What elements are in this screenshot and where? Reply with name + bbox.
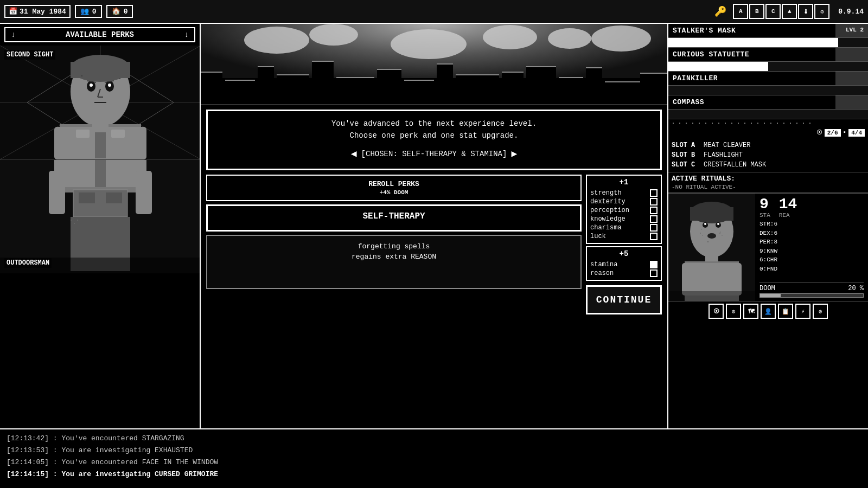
second-sight-label: SECOND SIGHT — [4, 50, 55, 60]
luck-checkbox[interactable] — [650, 233, 658, 240]
stat-perception[interactable]: perception — [590, 206, 658, 215]
bottom-icon-3[interactable]: 🗺 — [743, 304, 758, 319]
perk-description: forgetting spells regains extra REASON — [206, 235, 582, 289]
stat-knowledge[interactable]: knowledge — [590, 215, 658, 223]
svg-rect-57 — [707, 241, 709, 242]
dots-text: · · · · · · · · · · · · · · · · · · · · … — [672, 120, 812, 126]
cloud-5 — [548, 28, 591, 49]
log-time-4: [12:14:15] — [7, 470, 49, 478]
left-panel: ↓ AVAILABLE PERKS ↓ — [0, 24, 201, 428]
resource-group-1: 👥 0 — [75, 5, 102, 18]
log-line-2: [12:13:53] : You are investigating EXHAU… — [7, 445, 861, 457]
reroll-button[interactable]: REROLL PERKS +4% DOOM — [206, 175, 582, 201]
inv-label-1: LVL 2 — [835, 24, 868, 37]
sta-value: 9 — [760, 197, 770, 212]
chosen-arrow-right[interactable]: ▶ — [511, 146, 517, 162]
svg-rect-20 — [119, 78, 120, 79]
dexterity-checkbox[interactable] — [650, 198, 658, 206]
stat-reason[interactable]: reason — [590, 269, 658, 278]
inv-bar-row-4 — [668, 110, 868, 119]
slot-a-row: SLOT A MEAT CLEAVER — [672, 140, 865, 150]
strength-checkbox[interactable] — [650, 189, 658, 197]
svg-rect-24 — [76, 130, 90, 138]
knowledge-checkbox[interactable] — [650, 215, 658, 223]
slot-c[interactable]: C — [765, 4, 781, 19]
inv-label-2 — [835, 48, 868, 61]
svg-rect-18 — [71, 62, 130, 78]
slots-section: SLOT A MEAT CLEAVER SLOT B FLASHLIGHT SL… — [668, 138, 868, 172]
kn-stat: 9:KNW — [760, 247, 864, 256]
slot-f[interactable]: ⚙ — [814, 4, 829, 19]
inv-row-1[interactable]: STALKER'S MASK LVL 2 — [668, 24, 868, 38]
bottom-icon-4[interactable]: 👤 — [761, 304, 776, 319]
date-text: 31 May 1984 — [20, 8, 66, 16]
reroll-doom-label: +4% DOOM — [380, 189, 409, 196]
per-stat: PER:8 — [760, 237, 864, 247]
sta-label: STA — [760, 212, 770, 219]
doom-row: DOOM 20 % — [760, 282, 864, 298]
rea-value: 14 — [779, 197, 797, 212]
bottom-icon-row: ⦿ ⚙ 🗺 👤 📋 ⚡ ⚙ — [668, 301, 868, 321]
perks-header: ↓ AVAILABLE PERKS ↓ — [4, 27, 195, 42]
bottom-icon-1[interactable]: ⦿ — [709, 304, 724, 319]
slot-b-row: SLOT B FLASHLIGHT — [672, 150, 865, 160]
slot-a[interactable]: A — [733, 4, 748, 19]
stat-dexterity[interactable]: dexterity — [590, 197, 658, 206]
stats-block: 9 STA 14 REA STR:6 DEX:6 PER:8 9:KNW 6:C… — [755, 194, 868, 301]
clips-value: 4/4 — [848, 129, 865, 137]
bottom-icon-2[interactable]: ⚙ — [726, 304, 741, 319]
perks-title: AVAILABLE PERKS — [66, 30, 134, 39]
stat-strength[interactable]: strength — [590, 189, 658, 197]
slot-d[interactable]: ▲ — [782, 4, 797, 19]
dialog-line-2: Choose one perk and one stat upgrade. — [216, 130, 652, 142]
bottom-log: [12:13:42] : You've encountered STARGAZI… — [0, 428, 868, 488]
resource1-value: 0 — [92, 8, 97, 16]
svg-rect-46 — [690, 207, 733, 221]
stat-charisma[interactable]: charisma — [590, 223, 658, 232]
log-text-1: : You've encountered STARGAZING — [53, 434, 184, 442]
resource-group-2: 🏠 0 — [106, 5, 133, 18]
continue-button[interactable]: CONTINUE — [586, 285, 662, 314]
slot-a-label: SLOT A — [672, 142, 701, 149]
inv-row-4[interactable]: COMPASS — [668, 95, 868, 110]
log-text-2: : You are investigating EXHAUSTED — [53, 446, 193, 454]
slot-c-row: SLOT C CRESTFALLEN MASK — [672, 160, 865, 170]
svg-rect-25 — [111, 130, 125, 138]
center-panel: You've advanced to the next experience l… — [201, 24, 667, 428]
bottom-icon-5[interactable]: 📋 — [778, 304, 793, 319]
stat-luck[interactable]: luck — [590, 232, 658, 241]
bottom-icon-6[interactable]: ⚡ — [795, 304, 810, 319]
svg-rect-40 — [74, 223, 75, 224]
perk-desc-line2: regains extra REASON — [212, 252, 576, 262]
stat-stamina[interactable]: stamina — [590, 260, 658, 269]
slot-e[interactable]: 🌡 — [798, 4, 813, 19]
svg-point-49 — [704, 223, 706, 225]
svg-rect-36 — [79, 192, 95, 203]
version-label: 0.9.14 — [838, 8, 864, 16]
bottom-icon-7[interactable]: ⚙ — [813, 304, 828, 319]
svg-rect-61 — [722, 235, 723, 236]
char-portrait-right — [668, 194, 755, 301]
stamina-checkbox[interactable] — [650, 261, 658, 268]
perk-left: REROLL PERKS +4% DOOM SELF-THERAPY forge… — [206, 175, 582, 314]
clips-icon: ▪ — [843, 129, 847, 137]
fnd-stat: 0:FND — [760, 265, 864, 274]
level-up-dialog: You've advanced to the next experience l… — [206, 110, 662, 170]
perception-checkbox[interactable] — [650, 207, 658, 214]
reason-checkbox[interactable] — [650, 269, 658, 277]
inv-row-3[interactable]: PAINKILLER — [668, 72, 868, 86]
charisma-checkbox[interactable] — [650, 224, 658, 232]
chosen-arrow-left[interactable]: ◀ — [351, 146, 357, 162]
svg-rect-34 — [136, 171, 152, 214]
slot-b[interactable]: B — [749, 4, 764, 19]
svg-rect-39 — [71, 220, 72, 221]
svg-rect-32 — [95, 160, 106, 187]
svg-rect-41 — [77, 220, 78, 221]
svg-rect-55 — [701, 229, 702, 230]
city-buildings — [201, 61, 667, 104]
perk-selected-card[interactable]: SELF-THERAPY — [206, 204, 582, 232]
svg-point-12 — [90, 84, 93, 87]
log-line-1: [12:13:42] : You've encountered STARGAZI… — [7, 433, 861, 445]
house-icon: 🏠 — [112, 7, 120, 16]
inv-row-2[interactable]: CURIOUS STATUETTE — [668, 48, 868, 62]
